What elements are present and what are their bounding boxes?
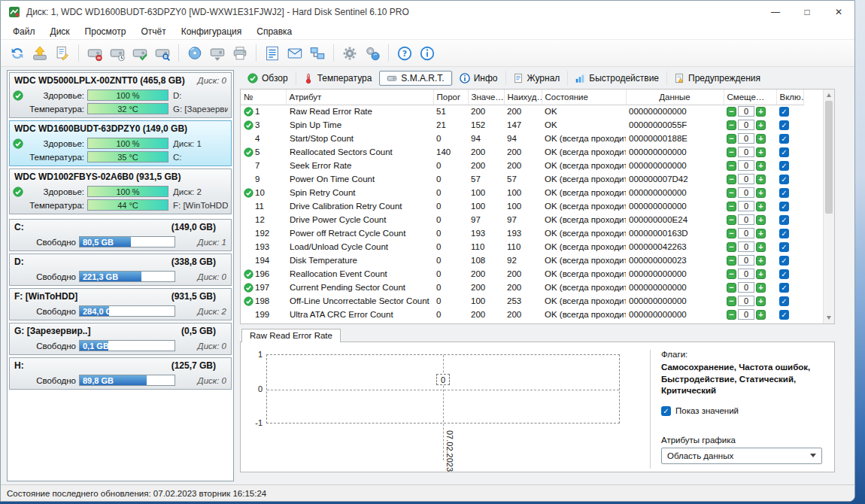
offset-increase-button[interactable] [756,256,766,266]
col-header-threshold[interactable]: Порог [433,90,468,105]
attribute-enabled-checkbox[interactable] [779,256,789,266]
smart-attribute-row[interactable]: 11 Drive Calibration Retry Count 0 100 1… [241,199,803,213]
offset-increase-button[interactable] [756,269,766,279]
text-report-button[interactable] [262,43,283,64]
smart-attribute-row[interactable]: 197 Current Pending Sector Count 0 200 2… [241,281,803,294]
print-button[interactable] [229,43,250,64]
offset-value[interactable]: 0 [738,255,754,266]
table-scrollbar[interactable] [823,90,834,323]
attribute-enabled-checkbox[interactable] [779,161,789,171]
scroll-thumb[interactable] [825,101,833,214]
offset-increase-button[interactable] [756,296,766,306]
disk-surface-scan-button[interactable] [152,43,173,64]
smart-attribute-row[interactable]: 198 Off-Line Uncorrectable Sector Count … [241,294,803,308]
tab-performance[interactable]: Быстродействие [567,71,666,86]
smart-attribute-row[interactable]: 12 Drive Power Cycle Count 0 97 97 OK (в… [241,213,803,226]
menu-item[interactable]: Просмотр [77,24,134,39]
email-report-button[interactable] [284,43,305,64]
menu-item[interactable]: Конфигурация [174,24,250,39]
about-button[interactable] [417,43,438,64]
offset-increase-button[interactable] [756,229,766,238]
partition-card[interactable]: D: (338,8 GB) Свободно 221,3 GB Диск: 0 [9,254,232,286]
offset-value[interactable]: 0 [738,147,754,157]
smart-attribute-row[interactable]: 4 Start/Stop Count 0 94 94 OK (всегда пр… [241,132,803,145]
smart-attribute-row[interactable]: 10 Spin Retry Count 0 100 100 OK (всегда… [241,186,803,199]
disk-card[interactable]: WDC WD1002FBYS-02A6B0 (931,5 GB) Здоровь… [9,169,232,214]
disk-card[interactable]: WDC WD5000LPLX-00ZNTT0 (465,8 GB) Диск: … [9,72,232,118]
smart-attribute-row[interactable]: 192 Power off Retract Cycle Count 0 193 … [241,226,803,240]
offset-value[interactable]: 0 [738,187,754,198]
smart-attribute-row[interactable]: 194 Disk Temperature 0 108 92 OK (всегда… [241,254,803,267]
offset-decrease-button[interactable] [727,310,736,320]
menu-item[interactable]: Отчёт [133,24,173,39]
offset-value[interactable]: 0 [738,282,754,293]
help-button[interactable]: ? [394,43,415,64]
attribute-enabled-checkbox[interactable] [779,242,789,252]
attribute-enabled-checkbox[interactable] [779,107,789,117]
offset-value[interactable]: 0 [738,309,754,320]
col-header-attribute[interactable]: Атрибут [286,90,433,105]
smart-attribute-row[interactable]: 1 Raw Read Error Rate 51 200 200 OK 0000… [241,105,803,118]
offset-value[interactable]: 0 [738,228,754,238]
offset-decrease-button[interactable] [727,107,736,117]
attribute-enabled-checkbox[interactable] [779,147,789,157]
smart-attribute-row[interactable]: 9 Power On Time Count 0 57 57 OK (всегда… [241,172,803,186]
refresh-button[interactable] [7,43,28,64]
network-status-button[interactable] [307,43,328,64]
tab-info[interactable]: Инфо [452,71,505,86]
offset-decrease-button[interactable] [727,134,736,144]
offset-value[interactable]: 0 [738,296,754,306]
offset-decrease-button[interactable] [727,147,736,157]
offset-increase-button[interactable] [756,188,766,198]
col-header-enabled[interactable]: Вклю… [776,90,803,105]
offset-decrease-button[interactable] [727,175,736,184]
smart-attribute-row[interactable]: 193 Load/Unload Cycle Count 0 110 110 OK… [241,240,803,254]
menu-item[interactable]: Диск [43,24,77,39]
attribute-enabled-checkbox[interactable] [779,188,789,198]
offset-increase-button[interactable] [756,202,766,211]
graph-data-select[interactable]: Область данных [661,448,822,464]
attribute-enabled-checkbox[interactable] [779,134,789,144]
attribute-enabled-checkbox[interactable] [779,175,789,184]
offset-increase-button[interactable] [756,242,766,252]
offset-value[interactable]: 0 [738,241,754,252]
offset-decrease-button[interactable] [727,202,736,211]
col-header-worst[interactable]: Наихуд… [504,90,542,105]
col-header-num[interactable]: № [241,90,286,105]
minimize-button[interactable]: — [760,1,791,23]
offset-value[interactable]: 0 [738,160,754,171]
offset-decrease-button[interactable] [727,283,736,293]
offset-decrease-button[interactable] [727,296,736,306]
attribute-enabled-checkbox[interactable] [779,283,789,293]
offset-value[interactable]: 0 [738,106,754,117]
tab-alerts[interactable]: Предупреждения [666,71,768,86]
partition-card[interactable]: C: (149,0 GB) Свободно 80,5 GB Диск: 1 [9,219,232,251]
system-services-button[interactable] [362,43,383,64]
report-button[interactable] [52,43,73,64]
maximize-button[interactable]: □ [791,1,823,23]
offset-value[interactable]: 0 [738,201,754,211]
smart-attribute-row[interactable]: 196 Reallocation Event Count 0 200 200 O… [241,267,803,281]
smart-attribute-row[interactable]: 5 Reallocated Sectors Count 140 200 200 … [241,145,803,159]
col-header-value[interactable]: Значе… [468,90,504,105]
disk-eject-button[interactable] [207,43,228,64]
attribute-enabled-checkbox[interactable] [779,269,789,279]
tab-smart[interactable]: S.M.A.R.T. [379,71,451,86]
offset-increase-button[interactable] [756,175,766,184]
partition-card[interactable]: H: (125,7 GB) Свободно 89,8 GB Диск: 0 [9,357,232,390]
smart-attribute-row[interactable]: 3 Spin Up Time 21 152 147 OK 00000000055… [241,118,803,132]
col-header-status[interactable]: Состояние [542,90,626,105]
close-button[interactable]: ✕ [823,1,854,23]
chart-attribute-tab[interactable]: Raw Read Error Rate [241,329,341,342]
offset-decrease-button[interactable] [727,120,736,130]
offset-value[interactable]: 0 [738,269,754,279]
attribute-enabled-checkbox[interactable] [779,229,789,238]
attribute-enabled-checkbox[interactable] [779,296,789,306]
offset-decrease-button[interactable] [727,161,736,171]
menu-item[interactable]: Справка [249,24,299,39]
quick-export-button[interactable] [29,43,50,64]
disk-card[interactable]: WDC WD1600BUDT-63DPZY0 (149,0 GB) Здоров… [9,120,232,166]
offset-decrease-button[interactable] [727,256,736,266]
offset-increase-button[interactable] [756,147,766,157]
offset-decrease-button[interactable] [727,188,736,198]
